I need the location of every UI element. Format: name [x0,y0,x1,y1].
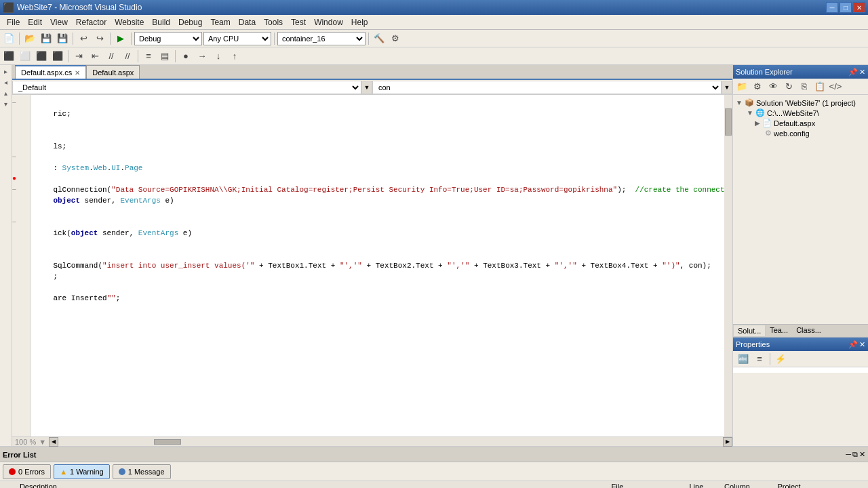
menu-debug[interactable]: Debug [174,16,206,28]
menu-data[interactable]: Data [235,16,260,28]
outdent-btn[interactable]: ⇤ [87,49,102,64]
target-select[interactable]: container_16 [277,32,366,45]
scroll-left-button[interactable]: ◀ [49,437,58,447]
props-sort-cat[interactable]: ≡ [752,352,767,367]
code-line-9: object sender, EventArgs e) [35,197,174,205]
code-editor[interactable]: ─ ─ ● ─ ─ [12,95,732,436]
toolbar-sep-7 [68,50,68,62]
props-events[interactable]: ⚡ [773,352,788,367]
open-button[interactable]: 📂 [22,31,37,46]
menu-help[interactable]: Help [347,16,372,28]
props-sort-alpha[interactable]: 🔤 [736,352,751,367]
scroll-track[interactable] [59,439,722,445]
el-close-button[interactable]: ✕ [859,450,865,459]
col-line[interactable]: Line [686,481,721,488]
sidebar-icon-4[interactable]: ▾ [1,100,11,110]
menu-view[interactable]: View [46,16,72,28]
edit-btn-3[interactable]: ⬛ [34,49,49,64]
tab-close-active[interactable]: ✕ [75,69,80,77]
col-project[interactable]: Project [773,481,868,488]
step-into-btn[interactable]: ↓ [211,49,226,64]
comment-btn[interactable]: // [104,49,119,64]
col-column[interactable]: Column [720,481,773,488]
edit-btn-1[interactable]: ⬛ [1,49,16,64]
tab-team-explorer[interactable]: Tea... [766,325,792,337]
el-collapse-button[interactable]: ─ [846,450,851,459]
se-refresh-button[interactable]: ↻ [781,79,796,94]
col-description[interactable]: Description [16,481,608,488]
scroll-thumb[interactable] [154,439,181,445]
save-all-button[interactable]: 💾 [55,31,70,46]
breakpoint-btn[interactable]: ● [178,49,193,64]
tab-class-view[interactable]: Class... [792,325,825,337]
class-dropdown[interactable]: _Default [12,81,361,94]
minimize-button[interactable]: ─ [826,2,838,13]
se-solution-node[interactable]: ▼ 📦 Solution 'WebSite7' (1 project) [736,98,865,108]
indent-btn[interactable]: ⇥ [71,49,86,64]
new-project-button[interactable]: 📄 [1,31,16,46]
title-bar-controls[interactable]: ─ □ ✕ [826,2,865,13]
tab-default-aspx-cs[interactable]: Default.aspx.cs ✕ [15,65,86,79]
vertical-scrollbar[interactable] [724,95,732,436]
se-website-arrow: ▼ [747,109,753,117]
tab-solution-explorer[interactable]: Solut... [733,325,766,337]
se-view-button[interactable]: 📋 [812,79,827,94]
scroll-right-button[interactable]: ▶ [723,437,732,447]
se-new-folder-button[interactable]: 📁 [734,79,749,94]
menu-tools[interactable]: Tools [260,16,287,28]
horizontal-scrollbar[interactable]: 100 % ▼ ◀ ▶ [12,436,732,446]
debug-mode-select[interactable]: Debug Release [134,32,202,45]
v-scroll-thumb[interactable] [725,108,732,136]
code-content[interactable]: ric; ls; : System.Web.UI.Page qlConnecti… [31,95,732,436]
se-file-webconfig[interactable]: ⚙ web.config [736,128,865,138]
se-pin-button[interactable]: 📌 [848,68,858,77]
step-out-btn[interactable]: ↑ [227,49,242,64]
menu-build[interactable]: Build [148,16,174,28]
message-count-button[interactable]: 1 Message [113,464,171,479]
menu-edit[interactable]: Edit [24,16,46,28]
method-dropdown[interactable]: con [372,81,722,94]
save-button[interactable]: 💾 [39,31,54,46]
sidebar-icon-3[interactable]: ▴ [1,89,11,99]
se-properties-button[interactable]: ⚙ [750,79,765,94]
el-float-button[interactable]: ⧉ [852,450,858,459]
code-nav-method-arrow[interactable]: ▼ [722,81,732,94]
undo-button[interactable]: ↩ [76,31,91,46]
uncomment-btn[interactable]: // [120,49,135,64]
se-website-node[interactable]: ▼ 🌐 C:\...\WebSite7\ [736,108,865,118]
start-button[interactable]: ▶ [113,31,128,46]
se-show-all-button[interactable]: 👁 [766,79,781,94]
menu-website[interactable]: Website [111,16,148,28]
properties-title: Properties [736,340,770,348]
format-btn[interactable]: ≡ [141,49,156,64]
menu-test[interactable]: Test [287,16,310,28]
props-close-button[interactable]: ✕ [859,340,865,349]
sidebar-icon-1[interactable]: ▸ [1,68,11,77]
se-copy-button[interactable]: ⎘ [797,79,812,94]
maximize-button[interactable]: □ [840,2,852,13]
redo-button[interactable]: ↪ [92,31,107,46]
step-over-btn[interactable]: → [195,49,210,64]
menu-team[interactable]: Team [206,16,234,28]
close-button[interactable]: ✕ [853,2,865,13]
edit-btn-2[interactable]: ⬜ [18,49,33,64]
build-button[interactable]: 🔨 [372,31,387,46]
se-close-button[interactable]: ✕ [859,68,865,77]
error-count-button[interactable]: 0 Errors [3,464,51,479]
se-code-button[interactable]: </> [828,79,843,94]
sidebar-icon-2[interactable]: ◂ [1,79,11,88]
props-pin-button[interactable]: 📌 [848,340,858,349]
collapse-btn[interactable]: ▤ [157,49,172,64]
cpu-select[interactable]: Any CPU x86 x64 [203,32,271,45]
edit-btn-4[interactable]: ⬛ [50,49,65,64]
zoom-arrow[interactable]: ▼ [39,438,46,446]
se-file-default-aspx[interactable]: ▶ 📄 Default.aspx [736,118,865,128]
menu-window[interactable]: Window [310,16,347,28]
code-nav-arrow[interactable]: ▼ [361,81,372,94]
col-file[interactable]: File [608,481,686,488]
properties-button[interactable]: ⚙ [388,31,403,46]
tab-default-aspx[interactable]: Default.aspx [86,65,140,79]
menu-file[interactable]: File [3,16,24,28]
menu-refactor[interactable]: Refactor [72,16,111,28]
warning-count-button[interactable]: ▲ 1 Warning [54,464,110,479]
